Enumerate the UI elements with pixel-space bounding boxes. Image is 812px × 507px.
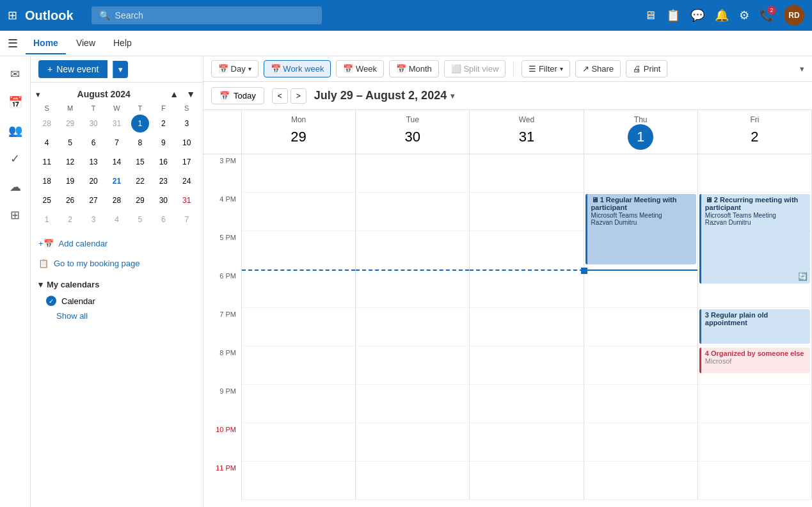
mini-day[interactable]: 4 — [38, 134, 56, 152]
mini-day[interactable]: 28 — [107, 191, 125, 209]
mini-day[interactable]: 10 — [178, 134, 196, 152]
mini-day[interactable]: 3 — [178, 115, 196, 133]
cell-thu-10pm[interactable] — [584, 423, 698, 462]
cell-tue-4pm[interactable] — [356, 193, 470, 231]
mini-day[interactable]: 7 — [107, 134, 125, 152]
cell-thu-4pm[interactable]: 🖥 1 Regular Meeting with participant Mic… — [584, 193, 698, 231]
mini-day[interactable]: 18 — [38, 172, 56, 190]
cell-fri-8pm[interactable]: 4 Organized by someone else Microsof — [698, 346, 812, 385]
show-all-link[interactable]: Show all — [31, 309, 203, 323]
mini-cal-prev[interactable]: ▲ — [167, 88, 181, 101]
mini-day[interactable]: 1 — [38, 211, 56, 229]
cell-mon-11pm[interactable] — [242, 462, 356, 500]
share-button[interactable]: ↗ Share — [575, 60, 621, 77]
mini-day[interactable]: 30 — [154, 191, 172, 209]
mini-day[interactable]: 30 — [84, 115, 102, 133]
cell-tue-7pm[interactable] — [356, 308, 470, 346]
mini-day[interactable]: 5 — [131, 211, 149, 229]
screen-icon[interactable]: 🖥 — [644, 9, 656, 22]
mini-day[interactable]: 29 — [131, 191, 149, 209]
mini-day[interactable]: 8 — [131, 134, 149, 152]
mini-day[interactable]: 17 — [178, 153, 196, 171]
cell-wed-3pm[interactable] — [470, 154, 584, 193]
hamburger-menu[interactable]: ☰ — [8, 36, 18, 51]
day-view-button[interactable]: 📅 Day ▾ — [211, 60, 259, 77]
avatar[interactable]: RD — [784, 5, 804, 26]
cell-wed-4pm[interactable] — [470, 193, 584, 231]
mini-day[interactable]: 23 — [154, 172, 172, 190]
mini-day[interactable]: 2 — [154, 115, 172, 133]
cal-next-button[interactable]: > — [291, 88, 306, 104]
cell-fri-7pm[interactable]: 3 Regular plain old appointment — [698, 308, 812, 346]
cell-fri-4pm[interactable]: 🖥 2 Recurring meeting with participant M… — [698, 193, 812, 231]
mini-day[interactable]: 31 — [107, 115, 125, 133]
cell-mon-6pm[interactable] — [242, 270, 356, 308]
chat-icon[interactable]: 💬 — [690, 8, 705, 22]
cell-tue-6pm[interactable] — [356, 270, 470, 308]
mini-cal-collapse[interactable]: ▾ — [36, 90, 40, 99]
mini-day[interactable]: 13 — [84, 153, 102, 171]
calendar-item[interactable]: ✓ Calendar — [31, 293, 203, 309]
new-event-dropdown[interactable]: ▾ — [113, 61, 128, 78]
cell-fri-3pm[interactable] — [698, 154, 812, 193]
bell-icon[interactable]: 🔔 — [715, 8, 729, 22]
cell-tue-8pm[interactable] — [356, 346, 470, 385]
cell-wed-8pm[interactable] — [470, 346, 584, 385]
booking-page-action[interactable]: 📋 Go to my booking page — [31, 254, 203, 273]
tasks-icon[interactable]: ✓ — [3, 146, 28, 172]
mini-day[interactable]: 4 — [107, 211, 125, 229]
cell-thu-7pm[interactable] — [584, 308, 698, 346]
mini-day[interactable]: 24 — [178, 172, 196, 190]
mini-day[interactable]: 9 — [154, 134, 172, 152]
mini-day[interactable]: 20 — [84, 172, 102, 190]
week-view-button[interactable]: 📅 Week — [336, 60, 384, 77]
split-view-button[interactable]: ⬜ Split view — [444, 60, 506, 77]
cell-thu-3pm[interactable] — [584, 154, 698, 193]
mini-day[interactable]: 12 — [61, 153, 79, 171]
cell-mon-7pm[interactable] — [242, 308, 356, 346]
cell-wed-6pm[interactable] — [470, 270, 584, 308]
my-calendars-header[interactable]: ▾ My calendars — [31, 276, 203, 293]
mini-day[interactable]: 19 — [61, 172, 79, 190]
mini-day[interactable]: 14 — [107, 153, 125, 171]
mini-cal-next[interactable]: ▼ — [184, 88, 198, 101]
mini-day[interactable]: 3 — [84, 211, 102, 229]
cell-fri-9pm[interactable] — [698, 385, 812, 423]
mini-day[interactable]: 31 — [178, 191, 196, 209]
cell-mon-3pm[interactable] — [242, 154, 356, 193]
apps-icon2[interactable]: ⊞ — [3, 202, 28, 228]
cell-tue-10pm[interactable] — [356, 423, 470, 462]
month-view-button[interactable]: 📅 Month — [389, 60, 439, 77]
cell-thu-8pm[interactable] — [584, 346, 698, 385]
today-button[interactable]: 📅 Today — [211, 87, 264, 104]
cell-fri-11pm[interactable] — [698, 462, 812, 500]
cell-thu-6pm[interactable] — [584, 270, 698, 308]
mini-day[interactable]: 11 — [38, 153, 56, 171]
event-organized-by-other[interactable]: 4 Organized by someone else Microsof — [699, 348, 810, 373]
phone-icon[interactable]: 📞 2 — [760, 8, 774, 22]
cell-wed-5pm[interactable] — [470, 231, 584, 270]
add-calendar-action[interactable]: +📅 Add calendar — [31, 234, 203, 254]
tab-home[interactable]: Home — [26, 33, 66, 54]
tab-help[interactable]: Help — [106, 33, 139, 54]
cal-prev-button[interactable]: < — [272, 88, 288, 104]
tab-view[interactable]: View — [68, 33, 103, 54]
people-icon[interactable]: 👥 — [3, 118, 28, 143]
event-recurring-meeting[interactable]: 🖥 2 Recurring meeting with participant M… — [699, 194, 810, 284]
grid-icon[interactable]: ⊞ — [8, 8, 17, 22]
event-plain-appointment[interactable]: 3 Regular plain old appointment — [699, 309, 810, 344]
mini-day[interactable]: 25 — [38, 191, 56, 209]
collapse-right-button[interactable]: ▾ — [800, 64, 804, 74]
mini-day[interactable]: 22 — [131, 172, 149, 190]
mini-day[interactable]: 6 — [84, 134, 102, 152]
filter-button[interactable]: ☰ Filter ▾ — [521, 60, 570, 77]
mini-day[interactable]: 6 — [154, 211, 172, 229]
cell-wed-10pm[interactable] — [470, 423, 584, 462]
cell-tue-11pm[interactable] — [356, 462, 470, 500]
cell-mon-5pm[interactable] — [242, 231, 356, 270]
event-regular-meeting[interactable]: 🖥 1 Regular Meeting with participant Mic… — [585, 194, 696, 264]
mini-day[interactable]: 7 — [178, 211, 196, 229]
cell-thu-11pm[interactable] — [584, 462, 698, 500]
onedrive-icon[interactable]: ☁ — [3, 174, 28, 200]
cell-wed-7pm[interactable] — [470, 308, 584, 346]
